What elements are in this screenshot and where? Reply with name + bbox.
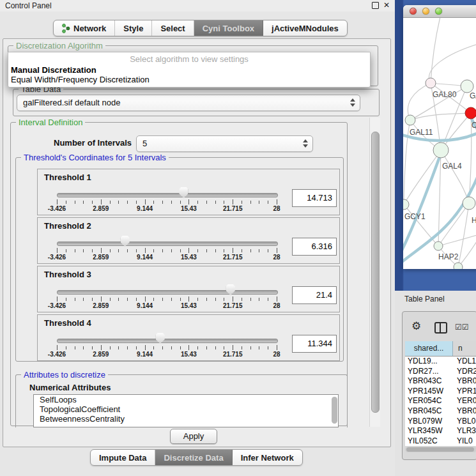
- numerical-attributes-list[interactable]: SelfLoopsTopologicalCoefficientBetweenne…: [33, 394, 339, 427]
- network-edge[interactable]: [410, 113, 471, 120]
- threshold-2-label: Threshold 2: [44, 221, 91, 231]
- table-row[interactable]: YBL079WYBL0: [405, 417, 476, 427]
- network-edge[interactable]: [429, 43, 476, 83]
- table-row[interactable]: YPR145WYPR1: [405, 387, 476, 397]
- zoom-traffic-light-icon[interactable]: [435, 8, 442, 15]
- network-edge[interactable]: [458, 234, 476, 267]
- table-cell: YPR145W: [405, 387, 453, 397]
- tick-mark: [66, 346, 66, 349]
- tick-mark: [153, 201, 154, 204]
- popup-option-equal-width[interactable]: Equal Width/Frequency Discretization: [8, 75, 370, 84]
- tick-label: 2.859: [93, 254, 109, 261]
- threshold-2-slider-track[interactable]: [57, 242, 278, 246]
- table-data-combobox[interactable]: galFiltered.sif default node: [17, 95, 360, 111]
- tick-mark: [127, 201, 128, 204]
- tick-mark: [215, 298, 216, 301]
- close-traffic-light-icon[interactable]: [410, 8, 417, 15]
- table-row[interactable]: YBR043CYBR0: [405, 376, 476, 387]
- tab-impute-data[interactable]: Impute Data: [91, 450, 155, 465]
- network-node[interactable]: [465, 107, 476, 119]
- threshold-1-value-field[interactable]: 14.713: [292, 189, 337, 207]
- tick-mark: [268, 346, 268, 349]
- network-edge[interactable]: [438, 203, 469, 246]
- network-node[interactable]: [461, 80, 473, 93]
- bottom-tab-bar: Impute Data Discretize Data Infer Networ…: [90, 449, 303, 466]
- network-canvas[interactable]: GAL80GACGAL11GAL4GCY1HHAP2: [403, 18, 476, 269]
- number-of-intervals-combobox[interactable]: 5: [136, 135, 313, 152]
- minimize-traffic-light-icon[interactable]: [422, 8, 429, 15]
- tick-mark: [57, 199, 58, 204]
- network-window-titlebar[interactable]: [403, 5, 476, 18]
- threshold-4-value-field[interactable]: 11.344: [292, 335, 337, 353]
- table-hscrollbar-thumb[interactable]: [406, 447, 474, 452]
- network-edge[interactable]: [438, 234, 476, 246]
- network-node-label: HAP2: [438, 252, 459, 261]
- table-row[interactable]: YBR045CYBR0: [405, 406, 476, 417]
- list-scrollbar[interactable]: [332, 397, 337, 424]
- tick-label: 9.144: [137, 254, 153, 261]
- tab-network[interactable]: Network: [54, 20, 115, 36]
- threshold-3-value-field[interactable]: 21.4: [292, 286, 337, 304]
- table-row[interactable]: YDR27...YDR2: [405, 367, 476, 377]
- close-icon[interactable]: ✕: [383, 1, 390, 9]
- threshold-2-value-field[interactable]: 6.316: [292, 238, 337, 256]
- table-hscrollbar[interactable]: [405, 447, 476, 452]
- network-edge[interactable]: [404, 204, 438, 246]
- tab-network-label: Network: [73, 24, 106, 33]
- tick-mark: [75, 298, 75, 301]
- tick-mark: [75, 346, 75, 349]
- network-edge[interactable]: [458, 203, 469, 267]
- table-row[interactable]: YIL052CYIL0: [405, 436, 476, 446]
- network-node-label: GCY1: [404, 212, 426, 221]
- node-table-body: YDL19...YDL1YDR27...YDR2YBR043CYBR0YPR14…: [405, 357, 476, 446]
- network-node[interactable]: [403, 199, 409, 210]
- tick-mark: [197, 249, 198, 252]
- tab-infer-network[interactable]: Infer Network: [233, 450, 302, 465]
- tab-style[interactable]: Style: [115, 20, 152, 36]
- node-table-header: shared... n: [405, 341, 476, 357]
- network-node[interactable]: [454, 263, 463, 269]
- popup-option-manual[interactable]: Manual Discretization: [8, 65, 370, 75]
- network-edge[interactable]: [431, 18, 441, 83]
- network-node[interactable]: [434, 242, 443, 250]
- threshold-3-slider-track[interactable]: [57, 290, 278, 295]
- attribute-list-item[interactable]: BetweennessCentrality: [34, 414, 338, 424]
- tick-mark: [233, 199, 233, 204]
- table-row[interactable]: YDL19...YDL1: [405, 357, 476, 367]
- threshold-4-slider-track[interactable]: [57, 339, 278, 343]
- float-window-icon[interactable]: [372, 2, 379, 9]
- table-row[interactable]: YER054CYER0: [405, 396, 476, 406]
- column-header-shared[interactable]: shared...: [405, 341, 453, 356]
- tab-select[interactable]: Select: [152, 20, 194, 36]
- threshold-3-panel: Threshold 3 -3.4262.8599.14415.4321.7152…: [37, 266, 340, 312]
- column-view-icon[interactable]: [434, 322, 447, 334]
- attribute-list-item[interactable]: TopologicalCoefficient: [34, 404, 338, 414]
- network-node[interactable]: [433, 142, 449, 158]
- panel-scrollbar[interactable]: [369, 118, 380, 427]
- tick-mark: [145, 296, 146, 302]
- numerical-attributes-label: Numerical Attributes: [29, 383, 111, 392]
- top-tab-bar: Network Style Select Cyni Toolbox jActiv…: [53, 20, 348, 36]
- network-node[interactable]: [426, 78, 436, 88]
- network-edge[interactable]: [441, 150, 469, 203]
- gear-icon[interactable]: ⚙: [411, 321, 421, 332]
- tick-mark: [66, 201, 66, 204]
- table-row[interactable]: YLR345WYLR3: [405, 426, 476, 436]
- attribute-list-item[interactable]: SelfLoops: [34, 395, 338, 404]
- tick-label: 2.859: [93, 351, 109, 358]
- tick-mark: [215, 201, 216, 204]
- table-cell: YIL052C: [405, 436, 453, 446]
- tab-cyni-toolbox[interactable]: Cyni Toolbox: [194, 20, 263, 36]
- table-cell: YBL079W: [405, 417, 453, 427]
- threshold-1-slider-track[interactable]: [57, 193, 278, 197]
- apply-button[interactable]: Apply: [170, 429, 217, 444]
- checkbox-columns-icon[interactable]: ☑☑: [455, 323, 469, 332]
- panel-scrollbar-thumb[interactable]: [371, 132, 380, 413]
- tab-discretize-data[interactable]: Discretize Data: [155, 450, 232, 465]
- column-header-name[interactable]: n: [453, 341, 476, 356]
- network-edge[interactable]: [404, 150, 441, 204]
- threshold-4-panel: Threshold 4 -3.4262.8599.14415.4321.7152…: [37, 314, 340, 361]
- network-node[interactable]: [405, 115, 415, 125]
- tab-jactivemnodules[interactable]: jActiveMNodules: [263, 20, 347, 36]
- network-node[interactable]: [463, 197, 475, 210]
